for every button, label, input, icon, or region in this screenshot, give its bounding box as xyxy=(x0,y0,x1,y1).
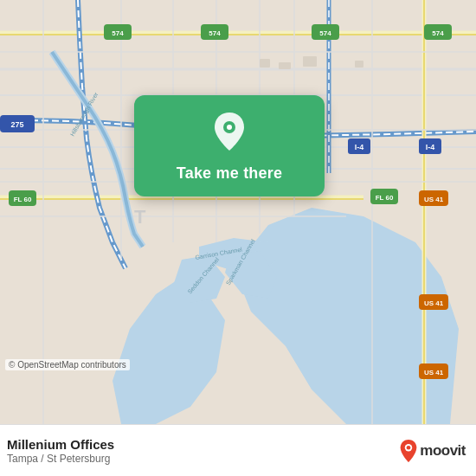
moovit-brand-text: moovit xyxy=(420,442,466,460)
svg-text:574: 574 xyxy=(432,29,444,37)
svg-text:574: 574 xyxy=(209,29,221,37)
svg-text:T: T xyxy=(134,206,146,228)
moovit-pin-icon xyxy=(399,439,418,463)
take-me-there-button[interactable]: Take me there xyxy=(177,164,282,183)
svg-rect-60 xyxy=(260,59,270,68)
map-view[interactable]: 574 574 574 574 275 275 I-4 I-4 FL 60 FL… xyxy=(0,0,476,424)
map-attribution: © OpenStreetMap contributors xyxy=(5,359,130,370)
moovit-logo: moovit xyxy=(399,439,466,463)
svg-text:275: 275 xyxy=(10,120,23,129)
svg-text:FL 60: FL 60 xyxy=(14,196,32,203)
svg-text:US 41: US 41 xyxy=(424,299,444,307)
svg-text:574: 574 xyxy=(112,29,124,37)
location-info: Millenium Offices Tampa / St Petersburg xyxy=(7,437,114,465)
svg-rect-62 xyxy=(303,56,317,67)
navigation-popup[interactable]: Take me there xyxy=(134,95,325,196)
svg-text:574: 574 xyxy=(319,29,331,37)
svg-text:US 41: US 41 xyxy=(424,196,444,203)
svg-rect-63 xyxy=(355,61,363,68)
svg-text:US 41: US 41 xyxy=(424,369,444,376)
svg-point-67 xyxy=(227,125,232,130)
location-bar: Millenium Offices Tampa / St Petersburg … xyxy=(0,424,476,476)
svg-text:I-4: I-4 xyxy=(426,143,435,151)
svg-point-69 xyxy=(407,445,411,449)
location-pin-icon xyxy=(212,111,247,156)
svg-text:FL 60: FL 60 xyxy=(376,194,394,202)
location-city: Tampa / St Petersburg xyxy=(7,453,114,465)
svg-text:I-4: I-4 xyxy=(355,143,364,151)
svg-rect-61 xyxy=(279,62,291,69)
location-name: Millenium Offices xyxy=(7,437,114,452)
